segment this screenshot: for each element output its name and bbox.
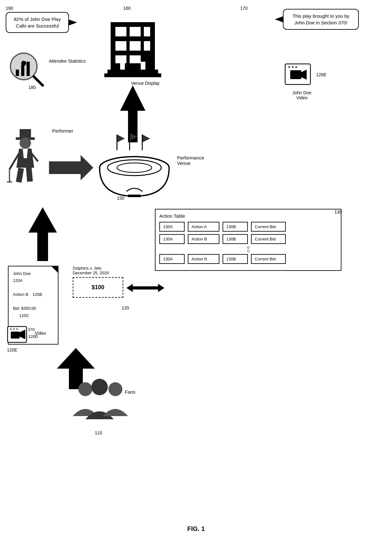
- table-dots: [159, 246, 337, 252]
- svg-point-22: [292, 66, 294, 68]
- svg-rect-4: [115, 41, 126, 51]
- svg-rect-3: [144, 27, 150, 36]
- svg-rect-10: [104, 73, 161, 77]
- figure-title: FIG. 1: [0, 525, 392, 533]
- svg-point-29: [20, 137, 31, 149]
- ticket-area: Dolphins v. Jets December 25, 2020 $100: [73, 266, 136, 298]
- action-cell-2b-label: Current Bid: [251, 234, 286, 244]
- right-speech-bubble: This play brought to you by John Doe in …: [283, 9, 359, 30]
- svg-rect-2: [130, 27, 141, 36]
- action-cell-na-label: Action N: [188, 254, 219, 264]
- ticket-icon: $100: [73, 277, 123, 298]
- fans-icon: [68, 378, 131, 429]
- diagram: 190 82% of John Doe Play Calls are Succe…: [0, 0, 392, 542]
- action-table: Action Table 130A Action A 130B Current …: [155, 209, 341, 271]
- ref-130: 130: [334, 209, 342, 215]
- svg-rect-55: [11, 332, 20, 339]
- action-cell-2a-ref: 130A: [159, 234, 185, 244]
- svg-rect-1: [115, 27, 126, 36]
- ref-170: 170: [240, 6, 248, 11]
- left-speech-bubble: 82% of John Doe Play Calls are Successfu…: [6, 12, 69, 33]
- venue-display-icon: [104, 9, 161, 79]
- ref-150: 150: [117, 196, 124, 201]
- ref-120: 120: [122, 305, 129, 310]
- doc-to-table-arrow: [126, 283, 164, 293]
- action-row-n: 130A Action N 130B Current Bid: [159, 254, 337, 264]
- svg-rect-17: [27, 62, 30, 76]
- action-cell-2a-label: Action B: [188, 234, 219, 244]
- svg-rect-11: [120, 62, 125, 70]
- performer-icon: [6, 127, 47, 190]
- ref-120e-right: 120E: [316, 72, 327, 77]
- action-cell-2b-ref: 130B: [223, 234, 248, 244]
- action-cell-1a-label: Action A: [188, 222, 219, 232]
- action-cell-1a-ref: 130A: [159, 222, 185, 232]
- svg-marker-37: [117, 134, 125, 142]
- john-doe-video-icon: [285, 63, 316, 89]
- svg-point-52: [10, 328, 12, 330]
- svg-rect-6: [144, 41, 150, 51]
- performer-label: Performer: [52, 128, 73, 134]
- svg-rect-9: [107, 70, 158, 73]
- video-icon-left: [7, 326, 32, 346]
- performance-venue-label: PerformanceVenue: [177, 155, 204, 166]
- svg-rect-49: [132, 286, 159, 290]
- svg-marker-38: [130, 133, 138, 141]
- ref-110: 110: [95, 430, 102, 435]
- svg-rect-31: [26, 167, 33, 182]
- action-cell-nb-ref: 130B: [223, 254, 248, 264]
- attendee-stats-icon: [6, 46, 47, 87]
- ref-120e-left: 120E: [7, 347, 17, 352]
- action-cell-1b-ref: 130B: [223, 222, 248, 232]
- svg-rect-30: [16, 168, 24, 183]
- svg-rect-8: [130, 55, 141, 63]
- svg-point-54: [16, 328, 18, 330]
- svg-point-59: [91, 379, 108, 395]
- action-cell-nb-label: Current Bid: [251, 254, 286, 264]
- svg-marker-47: [28, 207, 57, 261]
- action-row-2: 130A Action B 130B Current Bid: [159, 234, 337, 244]
- svg-line-19: [34, 77, 43, 85]
- fans-label: Fans: [125, 389, 135, 395]
- performance-venue-icon: [98, 133, 174, 199]
- svg-rect-15: [16, 70, 19, 76]
- svg-rect-24: [290, 70, 301, 79]
- video-label: Video: [35, 331, 46, 336]
- svg-point-60: [108, 382, 122, 396]
- svg-point-23: [295, 66, 297, 68]
- svg-point-18: [21, 61, 26, 66]
- fans-to-performer-arrow: [28, 207, 57, 261]
- svg-marker-50: [158, 284, 164, 292]
- ref-190: 190: [6, 6, 13, 11]
- john-doe-video-label: John DoeVideo: [283, 90, 321, 100]
- svg-rect-27: [20, 129, 31, 138]
- performer-to-venue-arrow: [49, 155, 93, 180]
- svg-marker-48: [126, 284, 133, 292]
- action-cell-na-ref: 130A: [159, 254, 185, 264]
- venue-display-label: Venue Display: [131, 81, 160, 86]
- svg-rect-5: [130, 41, 141, 51]
- svg-point-58: [78, 382, 92, 396]
- svg-rect-12: [141, 62, 145, 70]
- svg-rect-46: [128, 195, 141, 197]
- action-row-1: 130A Action A 130B Current Bid: [159, 222, 337, 232]
- action-cell-1b-label: Current Bid: [251, 222, 286, 232]
- svg-marker-36: [49, 155, 93, 180]
- svg-point-21: [288, 66, 290, 68]
- svg-point-53: [13, 328, 15, 330]
- attendee-stats-label: Attendee Statistics: [49, 59, 86, 64]
- svg-marker-39: [142, 134, 150, 142]
- action-table-title: Action Table: [159, 213, 337, 219]
- svg-rect-16: [21, 65, 24, 76]
